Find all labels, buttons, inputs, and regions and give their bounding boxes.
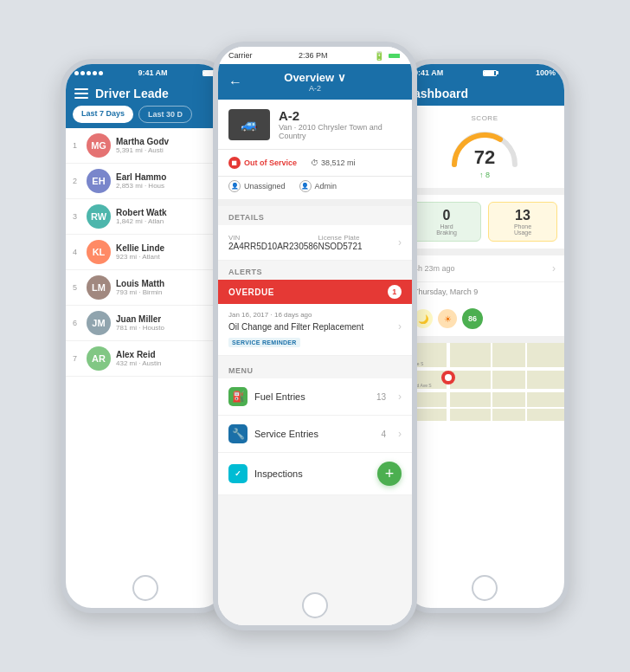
service-count: 4 (381, 430, 386, 439)
alerts-section: ALERTS OVERDUE 1 Jan 16, 2017 · 16 days … (218, 261, 412, 356)
details-section-label: DETAILS (218, 206, 412, 225)
stats-row: 0 HardBraking 13 PhoneUsage (405, 195, 564, 255)
fuel-entries-label: Fuel Entries (254, 391, 370, 402)
right-phone: 9:41 AM 100% ashboard SCORE (400, 59, 569, 613)
service-entries-label: Service Entries (254, 429, 374, 439)
list-item[interactable]: 3 RW Robert Watk 1,842 mi · Atlan (66, 199, 225, 235)
map-svg: Ave S 2nd Ave S (405, 343, 564, 421)
signal-dot-5 (99, 71, 103, 75)
list-item[interactable]: 1 MG Martha Godv 5,391 mi · Austi (66, 128, 225, 164)
driver-info-1: Martha Godv 5,391 mi · Austi (116, 137, 218, 154)
right-home-button[interactable] (472, 575, 498, 601)
avatar: JM (87, 311, 111, 335)
list-item[interactable]: 6 JM Juan Miller 781 mi · Housto (66, 306, 225, 341)
menu-item-fuel[interactable]: ⛽ Fuel Entries 13 › (218, 378, 412, 416)
desktop-background: 9:41 AM Driver Leade Last 7 Days Last 30… (0, 0, 630, 672)
score-section: SCORE 72 ↑ 8 (405, 106, 564, 195)
service-chevron-icon: › (398, 428, 402, 440)
trip-sun-icon: ☀ (438, 309, 457, 328)
vehicle-info: A-2 Van · 2010 Chrysler Town and Country (279, 108, 402, 140)
phone-usage-value: 13 (494, 208, 551, 223)
admin-label: Admin (315, 182, 338, 191)
tab-bar: Last 7 Days Last 30 D (66, 106, 225, 128)
left-home-button[interactable] (132, 575, 158, 601)
rank-1: 1 (73, 141, 81, 150)
driver-meta-6: 781 mi · Housto (116, 324, 218, 332)
vehicle-description: Van · 2010 Chrysler Town and Country (279, 123, 402, 140)
hamburger-menu[interactable] (74, 88, 88, 99)
vehicle-thumbnail: 🚙 (228, 109, 270, 140)
alert-chevron-icon: › (398, 320, 402, 333)
avatar: LM (87, 275, 111, 300)
right-battery (483, 70, 497, 76)
list-item[interactable]: 2 EH Earl Hammo 2,853 mi · Hous (66, 164, 225, 199)
tab-30-days[interactable]: Last 30 D (138, 106, 192, 123)
battery-icon: 🔋 (374, 51, 384, 61)
phones-container: 9:41 AM Driver Leade Last 7 Days Last 30… (0, 0, 630, 672)
list-item[interactable]: 7 AR Alex Reid 432 mi · Austin (66, 341, 225, 377)
alert-type-badge: SERVICE REMINDER (228, 338, 300, 347)
center-header: ← Overview ∨ A-2 (218, 64, 412, 100)
tab-7-days[interactable]: Last 7 Days (73, 106, 133, 123)
out-of-service-badge: ⏹ Out of Service (228, 157, 297, 169)
avatar: KL (87, 240, 111, 264)
center-phone: Carrier 2:36 PM 🔋 ← Overview ∨ A-2 (213, 42, 417, 630)
vin-col: VIN 2A4RR5D10AR230586 (228, 234, 318, 251)
center-status-bar: Carrier 2:36 PM 🔋 (218, 47, 412, 64)
menu-item-service[interactable]: 🔧 Service Entries 4 › (218, 416, 412, 453)
overdue-count-badge: 1 (388, 285, 402, 299)
signal-dot-1 (74, 71, 79, 75)
right-battery-label: 100% (536, 68, 556, 77)
alert-title-text: Oil Change and Filter Replacement (228, 322, 363, 332)
center-battery-fill (389, 54, 400, 58)
fuel-chevron-icon: › (398, 391, 402, 403)
trip-score: 86 (462, 308, 483, 329)
list-item[interactable]: 5 LM Louis Matth 793 mi · Birmin (66, 270, 225, 306)
rank-3: 3 (73, 212, 81, 221)
hard-braking-stat: 0 HardBraking (412, 202, 481, 242)
score-value: 72 (474, 146, 495, 169)
center-time: 2:36 PM (299, 51, 328, 60)
driver-name-1: Martha Godv (116, 137, 218, 146)
menu-section-label: MENU (218, 359, 412, 378)
driver-name-5: Louis Matth (116, 279, 218, 288)
signal-dot-3 (87, 71, 91, 75)
inspections-icon: ✓ (228, 464, 248, 483)
overdue-label: OVERDUE (228, 288, 274, 297)
time-chevron-icon: › (552, 262, 556, 275)
alert-title-row: Oil Change and Filter Replacement › (228, 320, 402, 333)
avatar: RW (87, 204, 111, 229)
vehicle-card[interactable]: 🚙 A-2 Van · 2010 Chrysler Town and Count… (218, 100, 412, 150)
driver-meta-4: 923 mi · Atlant (116, 253, 218, 261)
hamburger-line-1 (74, 88, 88, 90)
center-home-button[interactable] (302, 592, 328, 618)
driver-name-6: Juan Miller (116, 314, 218, 324)
driver-info-2: Earl Hammo 2,853 mi · Hous (116, 172, 218, 190)
driver-info-5: Louis Matth 793 mi · Birmin (116, 279, 218, 296)
overdue-banner[interactable]: OVERDUE 1 (218, 280, 412, 304)
carrier-label: Carrier (228, 51, 253, 60)
center-content: 🚙 A-2 Van · 2010 Chrysler Town and Count… (218, 100, 412, 626)
list-item[interactable]: 4 KL Kellie Linde 923 mi · Atlant (66, 235, 225, 270)
driver-icon: 👤 (228, 180, 241, 192)
back-button[interactable]: ← (228, 74, 242, 90)
alert-item[interactable]: Jan 16, 2017 · 16 days ago Oil Change an… (218, 304, 412, 356)
dashboard-title: ashboard (414, 87, 468, 100)
plate-col: License Plate NSOD5721 (318, 234, 398, 251)
time-ago-row[interactable]: 4h 23m ago › (405, 255, 564, 282)
right-header: ashboard (405, 81, 564, 106)
vin-row[interactable]: VIN 2A4RR5D10AR230586 License Plate NSOD… (218, 225, 412, 261)
driver-list: 1 MG Martha Godv 5,391 mi · Austi 2 EH E… (66, 128, 225, 377)
vin-label: VIN (228, 234, 318, 242)
score-change: ↑ 8 (479, 171, 490, 179)
details-section: DETAILS VIN 2A4RR5D10AR230586 License Pl… (218, 206, 412, 261)
admin-icon: 👤 (299, 180, 312, 192)
fuel-count: 13 (376, 392, 386, 402)
hamburger-line-3 (74, 97, 88, 99)
menu-item-inspections[interactable]: ✓ Inspections + (218, 453, 412, 495)
status-row: ⏹ Out of Service ⏱ 38,512 mi (218, 150, 412, 177)
driver-info-3: Robert Watk 1,842 mi · Atlan (116, 208, 218, 225)
date-label: Thursday, March 9 (405, 282, 564, 301)
add-fab-button[interactable]: + (377, 462, 402, 486)
hard-braking-value: 0 (418, 208, 475, 223)
